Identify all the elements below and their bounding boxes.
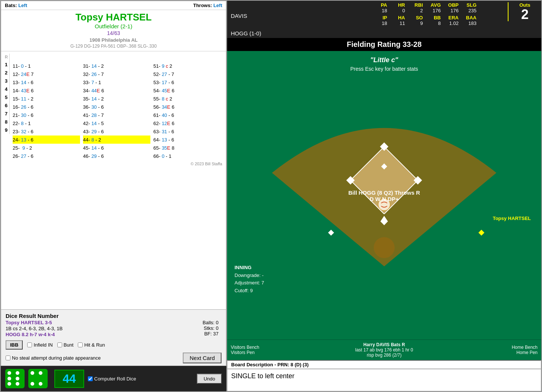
dice-result-title: Dice Result Number (6, 313, 221, 319)
pitcher-desc-field: D W N DP+ (227, 196, 541, 202)
c1-r6: 16- 26 - 6 (13, 103, 80, 111)
ibb-button[interactable]: IBB (6, 340, 23, 350)
dot-2-6 (39, 382, 42, 386)
dot-1-2 (16, 371, 19, 375)
ps-bb: 8 (424, 20, 442, 26)
score-names: DAVIS HOGG (1-0) (231, 2, 290, 36)
player-team: 1908 Philadelphia AL (1, 37, 226, 43)
col1-header (13, 54, 80, 62)
c1-r1: 11- 0 - 1 (13, 62, 80, 70)
dice-face-2[interactable] (28, 369, 48, 388)
batter-line2: risp bvg 286 (2/7) (275, 353, 493, 358)
rn-1: 1 (5, 60, 10, 68)
controls-row: IBB Infield IN Bunt Hit & Run (6, 340, 221, 350)
c3-r11: 65- 35E 8 (153, 144, 221, 152)
pitcher-name-field: Bill HOGG (8 Q2) Throws R (227, 189, 541, 196)
throws-label: Throws: (193, 3, 212, 8)
bs-pa: 18 (371, 8, 389, 13)
bf-value: 37 (213, 331, 219, 337)
c2-r6: 36- 30 - 6 (83, 103, 150, 111)
bunt-label[interactable]: Bunt (57, 342, 74, 348)
bats-label: Bats: (5, 3, 17, 8)
c1-r2: 12- 24E 7 (13, 70, 80, 78)
batter-info-bar: Visitors Bench Visitors Pen Harry DAVIS … (227, 340, 541, 360)
infield-in-checkbox[interactable] (27, 342, 32, 347)
computer-roll-checkbox[interactable] (88, 376, 93, 381)
dice-face-1[interactable] (5, 369, 25, 388)
bs-slg: 235 (460, 8, 478, 13)
dice-result-section: Dice Result Number Topsy HARTSEL 3-5 1B … (1, 310, 226, 366)
rn-6: 6 (5, 101, 10, 109)
ph-baa: BAA (460, 15, 478, 20)
batter-title: Harry DAVIS Bats R (275, 342, 493, 347)
copyright: © 2023 Bill Staffa (1, 161, 226, 168)
col-2: 31- 14 - 2 32- 26 - 7 33- 7 - 1 34- 44E … (82, 54, 152, 160)
rn-7: 7 (5, 109, 10, 118)
c3-r2: 52- 27 - 7 (153, 70, 221, 78)
c2-r7: 41- 28 - 7 (83, 111, 150, 119)
visitors-bench: Visitors Bench (231, 345, 275, 350)
outs-block: Outs 2 (508, 2, 538, 21)
visitors-pen: Visitors Pen (231, 350, 275, 355)
board-desc-bar: Board Description - PRN: 8 (D) (3) (227, 360, 541, 369)
undo-button[interactable]: Undo (197, 374, 222, 384)
player-stats: G-129 DG-129 PA-561 OBP-.368 SLG-.330 (1, 43, 226, 50)
dot-2-5 (31, 382, 34, 386)
scoreboard: DAVIS HOGG (1-0) PA HR RBI AVG OBP SLG 1… (227, 1, 541, 38)
c3-r3: 53- 17 - 6 (153, 78, 221, 86)
rn-2: 2 (5, 68, 10, 77)
bs-rbi: 2 (406, 8, 424, 13)
stks-display: Stks: 0 (203, 325, 219, 331)
col-3: 51- 9 c 2 52- 27 - 7 53- 17 - 6 54- 45E … (152, 54, 222, 160)
c3-r12: 66- 0 - 1 (153, 152, 221, 160)
row-numbers: R 1 2 3 4 5 6 7 8 9 (5, 54, 10, 160)
c2-r10: 44- 8 - 2 (83, 136, 150, 144)
stks-label: Stks: (204, 325, 214, 331)
sh-pa: PA (371, 2, 389, 8)
bs-hr: 0 (389, 8, 406, 13)
balls-value: 0 (216, 320, 219, 325)
hit-run-checkbox[interactable] (78, 342, 83, 347)
c1-r5: 15- 11 - 2 (13, 95, 80, 103)
c2-r11: 45- 14 - 6 (83, 144, 150, 152)
right-panel: DAVIS HOGG (1-0) PA HR RBI AVG OBP SLG 1… (227, 0, 542, 392)
rn-9: 9 (5, 126, 10, 134)
hit-run-label[interactable]: Hit & Run (78, 342, 105, 348)
sh-obp: OBP (442, 2, 460, 8)
c1-r10: 24- 13 - 6 (13, 136, 80, 144)
bats-info: Bats: Left (5, 3, 27, 8)
card-header: Bats: Left Throws: Left (1, 1, 226, 10)
dot-1-6 (16, 382, 19, 386)
rn-3: 3 (5, 77, 10, 85)
next-card-button[interactable]: Next Card (183, 353, 221, 363)
stks-value: 0 (216, 325, 219, 331)
c3-r7: 61- 40 - 6 (153, 111, 221, 119)
dot-1-3 (7, 377, 11, 380)
inning-downgrade: Downgrade: - (235, 272, 264, 280)
c3-r8: 62- 12E 6 (153, 119, 221, 127)
bunt-checkbox[interactable] (57, 342, 62, 347)
no-steal-checkbox[interactable] (6, 356, 10, 360)
player-name: Topsy HARTSEL (1, 10, 226, 23)
dot-1-4 (16, 377, 19, 380)
sh-slg: SLG (460, 2, 478, 8)
card-rows-area: R 1 2 3 4 5 6 7 8 9 11- 0 - 1 12- 24E 7 … (1, 52, 226, 161)
c3-r4: 54- 45E 6 (153, 86, 221, 95)
dice-result-pitcher: HOGG 8.2 h-7 w-4 k-4 (6, 332, 63, 337)
outs-value: 2 (521, 8, 529, 21)
ph-bb: BB (424, 15, 442, 20)
c1-r3: 13- 14 - 6 (13, 78, 80, 86)
balls-display: Balls: 0 (203, 320, 219, 325)
score-stats-block: PA HR RBI AVG OBP SLG 18 0 2 176 176 235… (290, 2, 508, 26)
field-container: "Little c" Press Esc key for batter stat… (227, 51, 541, 340)
infield-in-label[interactable]: Infield IN (27, 342, 52, 348)
ps-so: 9 (406, 20, 424, 26)
sh-avg: AVG (424, 2, 442, 8)
little-c-text: "Little c" (227, 56, 541, 64)
ph-so: SO (406, 15, 424, 20)
dice-bar: 44 Computer Roll Dice Undo (1, 366, 226, 391)
c2-r4: 34- 44E 6 (83, 86, 150, 95)
c1-r8: 22- 8 - 1 (13, 119, 80, 127)
no-steal-label[interactable]: No steal attempt during plate appearance (6, 355, 101, 361)
steal-row: No steal attempt during plate appearance… (6, 353, 221, 363)
